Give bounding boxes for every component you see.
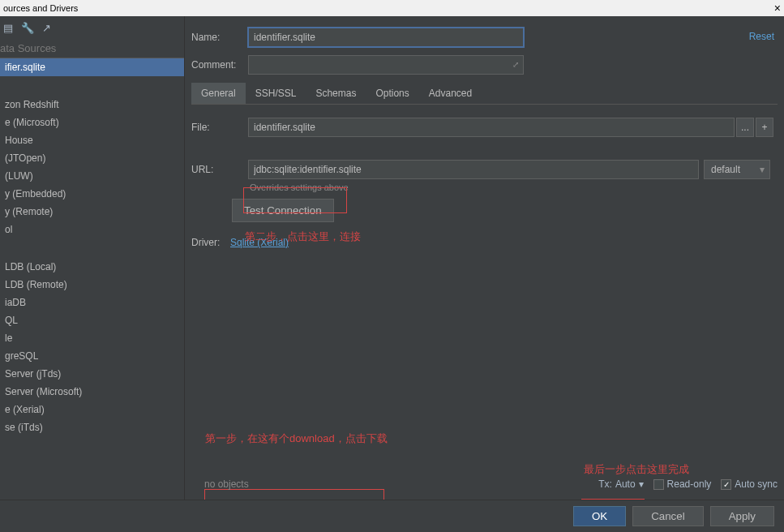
- tx-select[interactable]: Tx: Auto ▾: [598, 478, 643, 490]
- comment-label: Comment:: [191, 59, 248, 71]
- comment-row: Comment: ⤢: [191, 55, 778, 75]
- drivers-list: zon Redshift e (Microsoft) House (JTOpen…: [0, 96, 184, 436]
- titlebar: ources and Drivers ×: [0, 0, 784, 16]
- driver-item[interactable]: greSQL: [0, 347, 184, 365]
- tx-label: Tx:: [598, 478, 612, 490]
- main-panel: Reset Name: Comment: ⤢ General SSH/SSL S…: [185, 16, 784, 500]
- database-icon[interactable]: ▤: [3, 22, 13, 34]
- datasources-heading: ata Sources: [0, 39, 184, 58]
- driver-row: Driver: Sqlite (Xerial): [191, 237, 778, 248]
- apply-button[interactable]: Apply: [710, 506, 774, 526]
- tabs: General SSH/SSL Schemas Options Advanced: [191, 83, 778, 105]
- driver-item[interactable]: (JTOpen): [0, 149, 184, 167]
- bottom-bar: no objects Tx: Auto ▾ Read-only ✓ Auto s…: [204, 478, 778, 490]
- driver-item[interactable]: QL: [0, 311, 184, 329]
- sidebar-toolbar: ▤ 🔧 ↗: [0, 16, 184, 39]
- tab-options[interactable]: Options: [366, 83, 418, 104]
- tab-schemas[interactable]: Schemas: [306, 83, 366, 104]
- driver-item[interactable]: y (Remote): [0, 203, 184, 221]
- comment-input[interactable]: [248, 55, 524, 75]
- driver-item[interactable]: e (Xerial): [0, 401, 184, 418]
- checkbox-box: [653, 479, 664, 490]
- url-mode-value: default: [711, 164, 740, 175]
- reset-link[interactable]: Reset: [749, 31, 774, 42]
- driver-item[interactable]: se (iTds): [0, 418, 184, 436]
- sidebar: ▤ 🔧 ↗ ata Sources ifier.sqlite zon Redsh…: [0, 16, 185, 500]
- autosync-label: Auto sync: [735, 478, 778, 490]
- readonly-checkbox[interactable]: Read-only: [653, 478, 712, 490]
- driver-item[interactable]: ol: [0, 221, 184, 238]
- url-hint: Overrides settings above: [250, 182, 778, 192]
- footer: OK Cancel Apply: [0, 500, 784, 532]
- url-mode-select[interactable]: default: [704, 160, 770, 179]
- add-button[interactable]: +: [756, 118, 773, 137]
- driver-item[interactable]: le: [0, 329, 184, 347]
- expand-icon[interactable]: ⤢: [512, 60, 519, 69]
- no-objects-label: no objects: [204, 478, 249, 490]
- tx-value: Auto: [615, 478, 636, 490]
- url-input[interactable]: [248, 160, 699, 179]
- tab-advanced[interactable]: Advanced: [419, 83, 482, 104]
- browse-button[interactable]: ...: [736, 118, 754, 137]
- chevron-down-icon: ▾: [639, 478, 644, 490]
- datasource-item-selected[interactable]: ifier.sqlite: [0, 58, 184, 76]
- driver-item[interactable]: (LUW): [0, 167, 184, 185]
- url-row: URL: default: [191, 160, 778, 179]
- wrench-icon[interactable]: 🔧: [21, 22, 34, 34]
- test-connection-button[interactable]: Test Connection: [232, 199, 334, 222]
- name-row: Name:: [191, 28, 778, 47]
- cancel-button[interactable]: Cancel: [632, 506, 704, 526]
- driver-item[interactable]: LDB (Remote): [0, 276, 184, 294]
- driver-item[interactable]: LDB (Local): [0, 258, 184, 276]
- ok-button[interactable]: OK: [573, 506, 626, 526]
- driver-item[interactable]: iaDB: [0, 294, 184, 311]
- file-row: File: ... +: [191, 118, 778, 137]
- close-icon[interactable]: ×: [774, 2, 781, 15]
- file-input[interactable]: [248, 118, 735, 137]
- driver-item[interactable]: y (Embedded): [0, 185, 184, 203]
- driver-label: Driver:: [191, 237, 230, 248]
- driver-link[interactable]: Sqlite (Xerial): [230, 237, 289, 248]
- url-label: URL:: [191, 164, 248, 175]
- driver-item[interactable]: e (Microsoft): [0, 114, 184, 131]
- window-title: ources and Drivers: [3, 3, 78, 13]
- autosync-checkbox[interactable]: ✓ Auto sync: [721, 478, 778, 490]
- driver-item[interactable]: Server (jTds): [0, 365, 184, 383]
- tab-sshssl[interactable]: SSH/SSL: [246, 83, 306, 104]
- file-label: File:: [191, 122, 248, 133]
- checkbox-box: ✓: [721, 479, 731, 490]
- name-input[interactable]: [248, 28, 524, 47]
- chart-icon[interactable]: ↗: [42, 22, 51, 34]
- driver-item[interactable]: zon Redshift: [0, 96, 184, 114]
- driver-item[interactable]: House: [0, 131, 184, 149]
- name-label: Name:: [191, 32, 248, 43]
- driver-item[interactable]: Server (Microsoft): [0, 383, 184, 401]
- tab-general[interactable]: General: [191, 83, 246, 104]
- readonly-label: Read-only: [667, 478, 712, 490]
